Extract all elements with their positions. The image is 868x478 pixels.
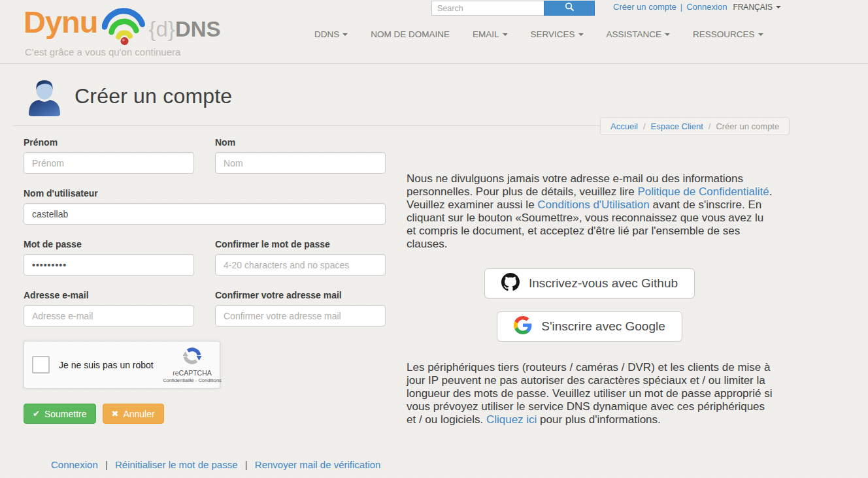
first-name-label: Prénom	[24, 137, 194, 148]
submit-button-label: Soumettre	[44, 409, 87, 419]
recaptcha-label: Je ne suis pas un robot	[59, 360, 154, 370]
top-links-separator: |	[680, 2, 682, 12]
password-label: Mot de passe	[24, 239, 194, 249]
confirm-email-field[interactable]	[215, 305, 386, 327]
footer-links: Connexion | Réinitialiser le mot de pass…	[51, 459, 380, 470]
nav-nom-de-domaine-label: NOM DE DOMAINE	[371, 29, 450, 39]
nav-ddns[interactable]: DDNS	[314, 29, 348, 39]
nav-services[interactable]: SERVICES	[531, 29, 584, 39]
wifi-logo-icon	[102, 8, 145, 48]
first-name-group: Prénom	[24, 137, 194, 174]
search-icon	[565, 2, 575, 14]
chevron-down-icon	[578, 33, 584, 36]
more-info-link[interactable]: Cliquez ici	[486, 413, 537, 426]
github-icon	[501, 273, 520, 295]
privacy-policy-link[interactable]: Politique de Confidentialité	[637, 185, 769, 198]
recaptcha-icon	[182, 346, 202, 368]
recaptcha-terms-links[interactable]: Confidentialité - Conditions	[163, 377, 222, 383]
recaptcha-widget: Je ne suis pas un robot reCAPTCHA Confid…	[24, 341, 220, 389]
privacy-paragraph: Nous ne divulguons jamais votre adresse …	[407, 172, 773, 251]
confirm-password-label: Confirmer le mot de passe	[215, 239, 386, 249]
password-field[interactable]	[24, 254, 194, 276]
google-icon	[514, 316, 532, 338]
searchbar	[431, 1, 595, 16]
search-input[interactable]	[431, 1, 544, 16]
confirm-password-field[interactable]	[215, 254, 386, 276]
footer-login-link[interactable]: Connexion	[51, 459, 98, 470]
footer-reset-password-link[interactable]: Réinitialiser le mot de passe	[115, 459, 238, 470]
password-group: Mot de passe	[24, 239, 194, 276]
cross-icon: ✖	[112, 409, 119, 419]
username-label: Nom d'utilisateur	[24, 188, 386, 199]
note-text-2: pour plus d'informations.	[537, 413, 660, 426]
confirm-email-group: Confirmer votre adresse mail	[215, 290, 386, 327]
tagline: C'est grâce a vous qu'on continuera	[25, 46, 180, 57]
top-links: Créer un compte | Connexion FRANÇAIS	[613, 2, 781, 12]
last-name-field[interactable]	[215, 152, 386, 174]
email-label: Adresse e-mail	[24, 290, 194, 300]
breadcrumb-separator: /	[709, 121, 711, 131]
nav-assistance[interactable]: ASSISTANCE	[607, 29, 671, 39]
search-button[interactable]	[544, 1, 595, 16]
breadcrumb-current: Créer un compte	[716, 121, 779, 131]
nav-ressources[interactable]: RESSOURCES	[693, 29, 763, 39]
username-field[interactable]	[24, 203, 386, 225]
google-signup-label: S'inscrire avec Google	[541, 319, 665, 334]
nav-ddns-label: DDNS	[314, 29, 339, 39]
breadcrumb-accueil[interactable]: Accueil	[610, 121, 638, 131]
breadcrumb-separator: /	[643, 121, 646, 131]
github-signup-button[interactable]: Inscrivez-vous avec Github	[484, 268, 695, 298]
first-name-field[interactable]	[24, 152, 194, 174]
logo[interactable]: Dynu {d}DNS	[24, 5, 221, 48]
chevron-down-icon	[758, 33, 763, 36]
page-title: Créer un compte	[75, 84, 232, 108]
chevron-down-icon	[342, 33, 348, 36]
brand-text: Dynu	[24, 5, 98, 39]
nav-ressources-label: RESSOURCES	[693, 29, 755, 39]
terms-link[interactable]: Conditions d'Utilisation	[537, 199, 649, 211]
breadcrumb: Accueil / Espace Client / Créer un compt…	[600, 117, 790, 135]
language-label: FRANÇAIS	[733, 3, 773, 12]
google-signup-button[interactable]: S'inscrire avec Google	[497, 311, 682, 342]
top-login-link[interactable]: Connexion	[686, 2, 727, 12]
username-group: Nom d'utilisateur	[24, 188, 386, 225]
chevron-down-icon	[503, 33, 508, 36]
person-icon	[26, 78, 63, 119]
recaptcha-checkbox[interactable]	[32, 356, 50, 374]
email-group: Adresse e-mail	[24, 290, 194, 327]
chevron-down-icon	[665, 33, 670, 36]
nav-email-label: EMAIL	[473, 29, 499, 39]
check-icon: ✔	[33, 409, 40, 419]
github-signup-label: Inscrivez-vous avec Github	[529, 276, 678, 291]
email-field[interactable]	[24, 305, 194, 327]
signup-form: Prénom Nom Nom d'utilisateur Mot de pass…	[24, 137, 386, 424]
cancel-button-label: Annuler	[123, 409, 154, 419]
footer-separator: |	[245, 459, 248, 470]
language-selector[interactable]: FRANÇAIS	[733, 3, 781, 12]
top-create-account-link[interactable]: Créer un compte	[613, 2, 676, 12]
logo-suffix-braces: {d}	[149, 17, 175, 41]
nav-email[interactable]: EMAIL	[473, 29, 508, 39]
last-name-group: Nom	[215, 137, 386, 174]
logo-suffix: {d}DNS	[149, 18, 221, 40]
confirm-password-group: Confirmer le mot de passe	[215, 239, 386, 276]
recaptcha-name: reCAPTCHA	[173, 369, 212, 377]
confirm-email-label: Confirmer votre adresse mail	[215, 290, 386, 300]
password-note-paragraph: Les périphériques tiers (routeurs / camé…	[407, 361, 773, 426]
footer-resend-verification-link[interactable]: Renvoyer mail de vérification	[255, 459, 381, 470]
recaptcha-brand: reCAPTCHA Confidentialité - Conditions	[171, 346, 213, 383]
page: Dynu {d}DNS C'est grâce a vous qu'on con…	[0, 0, 868, 478]
nav-services-label: SERVICES	[531, 29, 575, 39]
chevron-down-icon	[776, 6, 781, 8]
last-name-label: Nom	[215, 137, 386, 148]
info-column: Nous ne divulguons jamais votre adresse …	[407, 172, 773, 426]
logo-suffix-dns: DNS	[175, 17, 221, 41]
submit-button[interactable]: ✔ Soumettre	[24, 404, 96, 424]
nav-nom-de-domaine[interactable]: NOM DE DOMAINE	[371, 29, 450, 39]
social-signup: Inscrivez-vous avec Github S'inscrire av…	[407, 268, 773, 342]
cancel-button[interactable]: ✖ Annuler	[103, 404, 164, 424]
footer-separator: |	[105, 459, 108, 470]
nav-assistance-label: ASSISTANCE	[607, 29, 662, 39]
breadcrumb-espace-client[interactable]: Espace Client	[651, 121, 703, 131]
main-nav: DDNS NOM DE DOMAINE EMAIL SERVICES ASSIS…	[314, 29, 763, 39]
